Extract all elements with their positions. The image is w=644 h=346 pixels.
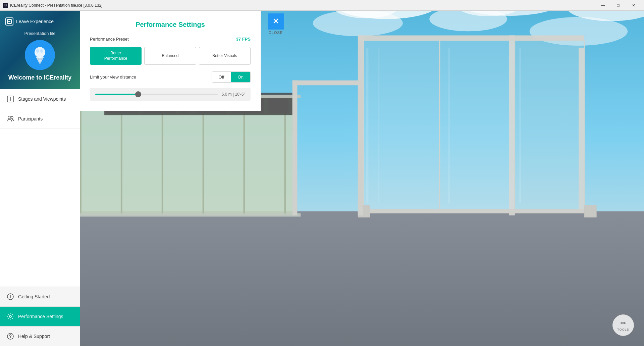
preset-balanced-button[interactable]: Balanced — [144, 47, 196, 65]
close-symbol: ✕ — [273, 17, 279, 26]
tools-button[interactable]: ✏ TOOLS — [612, 314, 634, 336]
sidebar-item-participants[interactable]: Participants — [0, 109, 80, 129]
view-distance-slider[interactable] — [95, 94, 218, 95]
minimize-button[interactable]: — — [595, 0, 610, 11]
sidebar-nav: Stages and Viewpoints Participants — [0, 89, 80, 287]
avatar — [25, 40, 55, 70]
tools-label: TOOLS — [617, 328, 629, 331]
app-container: Leave Experience Presentation file — [0, 11, 644, 346]
preset-buttons: BetterPerformance Balanced Better Visual… — [90, 47, 251, 65]
welcome-text: Welcome to ICEreality — [8, 74, 72, 81]
app-icon: IC — [3, 3, 8, 8]
presentation-label: Presentation file — [24, 31, 55, 36]
slider-thumb[interactable] — [135, 91, 141, 97]
leave-experience-button[interactable]: Leave Experience — [5, 17, 54, 26]
people-icon — [7, 115, 14, 122]
slider-fill — [95, 94, 138, 95]
preset-label: Performance Preset — [90, 37, 129, 42]
preset-header-row: Performance Preset 37 FPS — [90, 37, 251, 42]
svg-point-14 — [8, 116, 11, 119]
performance-settings-label: Performance Settings — [18, 314, 63, 319]
view-distance-label: Limit your view distance — [90, 75, 136, 80]
svg-rect-70 — [366, 48, 368, 203]
sidebar-item-help-support[interactable]: Help & Support — [0, 326, 80, 346]
getting-started-label: Getting Started — [18, 294, 50, 299]
title-bar-text: ICEreality Connect - Presentation file.i… — [10, 3, 595, 8]
svg-point-21 — [10, 337, 11, 338]
svg-rect-40 — [80, 211, 644, 346]
help-support-label: Help & Support — [18, 334, 50, 339]
close-x-icon[interactable]: ✕ — [268, 13, 284, 30]
performance-panel-title: Performance Settings — [90, 21, 251, 29]
close-label: CLOSE — [269, 31, 283, 35]
svg-rect-71 — [378, 48, 380, 203]
sidebar-header: Leave Experience Presentation file — [0, 11, 80, 89]
svg-rect-64 — [358, 209, 584, 213]
sidebar-item-stages-viewpoints[interactable]: Stages and Viewpoints — [0, 89, 80, 109]
sidebar-item-performance-settings[interactable]: Performance Settings — [0, 306, 80, 326]
leave-icon — [5, 17, 13, 26]
maximize-button[interactable]: □ — [610, 0, 626, 11]
svg-rect-68 — [292, 81, 298, 215]
sidebar: Leave Experience Presentation file — [0, 11, 80, 346]
svg-point-19 — [9, 315, 11, 317]
info-icon — [7, 293, 14, 300]
participants-label: Participants — [18, 116, 43, 121]
preset-better-visuals-button[interactable]: Better Visuals — [199, 47, 251, 65]
main-viewport: Performance Settings Performance Preset … — [80, 11, 644, 346]
svg-point-2 — [35, 47, 45, 58]
svg-rect-63 — [515, 40, 584, 210]
view-distance-slider-container: 5.0 m | 16'-5" — [90, 88, 251, 101]
toggle-off-option[interactable]: Off — [212, 72, 231, 82]
svg-point-18 — [10, 295, 11, 296]
performance-settings-panel: Performance Settings Performance Preset … — [80, 11, 261, 111]
close-panel-button[interactable]: ✕ CLOSE — [268, 13, 284, 35]
svg-point-4 — [40, 49, 43, 53]
window-controls: — □ ✕ — [595, 0, 641, 11]
svg-rect-56 — [80, 213, 301, 217]
svg-rect-73 — [519, 48, 521, 203]
window-close-button[interactable]: ✕ — [626, 0, 641, 11]
toggle-on-option[interactable]: On — [231, 72, 250, 82]
svg-point-15 — [11, 116, 13, 118]
svg-rect-66 — [584, 205, 597, 217]
pencil-icon: ✏ — [621, 319, 626, 327]
view-distance-toggle[interactable]: Off On — [212, 71, 251, 83]
sidebar-item-getting-started[interactable]: Getting Started — [0, 287, 80, 306]
stages-viewpoints-label: Stages and Viewpoints — [18, 96, 66, 102]
view-distance-row: Limit your view distance Off On — [90, 71, 251, 83]
sidebar-bottom: Getting Started Performance Settings — [0, 287, 80, 346]
slider-value: 5.0 m | 16'-5" — [222, 92, 245, 97]
svg-rect-60 — [358, 36, 584, 41]
svg-rect-69 — [358, 81, 363, 215]
svg-point-3 — [36, 49, 39, 53]
gear-icon — [7, 313, 14, 320]
plus-box-icon — [7, 95, 14, 103]
leave-experience-label: Leave Experience — [16, 19, 54, 24]
svg-marker-5 — [36, 57, 44, 64]
svg-rect-72 — [448, 48, 450, 203]
title-bar: IC ICEreality Connect - Presentation fil… — [0, 0, 644, 11]
preset-better-performance-button[interactable]: BetterPerformance — [90, 47, 142, 65]
svg-rect-67 — [292, 81, 362, 86]
question-icon — [7, 333, 14, 340]
svg-rect-42 — [80, 97, 82, 215]
fps-badge: 37 FPS — [236, 37, 251, 42]
svg-point-37 — [313, 11, 403, 36]
